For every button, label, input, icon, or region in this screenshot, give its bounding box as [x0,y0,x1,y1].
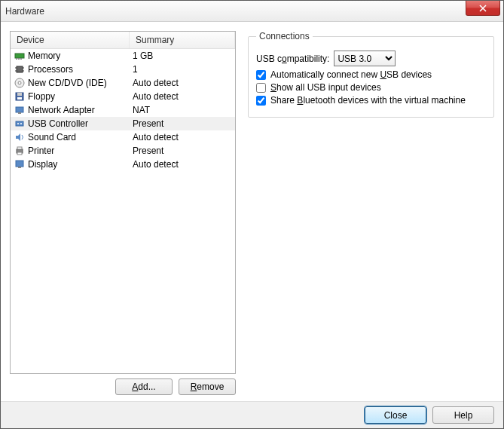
svg-rect-20 [17,147,22,149]
usb-compat-row: USB compatibility: USB 3.0 [256,51,486,66]
device-row-disc[interactable]: New CD/DVD (IDE)Auto detect [11,76,235,90]
sound-icon [14,131,26,143]
device-name: Sound Card [28,132,130,142]
svg-rect-21 [17,152,22,155]
device-summary: 1 GB [130,51,232,61]
svg-rect-2 [18,58,20,60]
svg-point-18 [20,123,22,124]
device-row-cpu[interactable]: Processors1 [11,63,235,76]
window-title: Hardware [5,6,44,17]
device-row-usb[interactable]: USB ControllerPresent [11,117,235,130]
share-bt-label[interactable]: Share Bluetooth devices with the virtual… [270,95,466,106]
window-close-button[interactable] [466,1,500,16]
panels: Device Summary Memory1 GBProcessors1New … [10,31,494,395]
usb-compat-label: USB compatibility: [256,54,329,64]
device-name: USB Controller [28,118,130,129]
device-name: Processors [28,64,130,75]
svg-rect-4 [17,66,23,72]
cpu-icon [14,63,26,75]
show-all-label[interactable]: Show all USB input devices [270,82,381,93]
svg-rect-12 [17,93,22,96]
disc-icon [14,77,26,89]
column-device[interactable]: Device [11,32,130,48]
svg-rect-23 [18,167,21,168]
svg-rect-1 [16,58,17,60]
svg-rect-13 [17,97,22,100]
left-buttons: Add... Remove [10,378,236,395]
right-panel: Connections USB compatibility: USB 3.0 A… [248,31,494,395]
device-row-sound[interactable]: Sound CardAuto detect [11,130,235,144]
remove-button[interactable]: Remove [179,378,236,395]
device-summary: Auto detect [130,91,232,102]
usb-icon [14,118,26,130]
auto-connect-label[interactable]: Automatically connect new USB devices [270,69,432,80]
titlebar: Hardware [1,1,503,22]
auto-connect-row: Automatically connect new USB devices [256,69,486,80]
device-list[interactable]: Device Summary Memory1 GBProcessors1New … [10,31,236,374]
device-row-display[interactable]: DisplayAuto detect [11,158,235,171]
column-summary[interactable]: Summary [130,32,235,48]
share-bt-row: Share Bluetooth devices with the virtual… [256,95,486,106]
device-name: Floppy [28,91,130,102]
device-name: Display [28,159,130,170]
device-row-memory[interactable]: Memory1 GB [11,49,235,63]
device-row-network[interactable]: Network AdapterNAT [11,103,235,117]
device-name: New CD/DVD (IDE) [28,78,130,88]
add-button[interactable]: Add... [115,378,173,395]
content-area: Device Summary Memory1 GBProcessors1New … [1,22,503,428]
device-summary: Auto detect [130,78,232,88]
help-button[interactable]: Help [432,406,494,424]
printer-icon [14,145,26,157]
close-button[interactable]: Close [365,406,426,424]
device-row-floppy[interactable]: FloppyAuto detect [11,90,235,103]
show-all-row: Show all USB input devices [256,82,486,93]
memory-icon [14,50,26,62]
floppy-icon [14,90,26,103]
device-row-printer[interactable]: PrinterPresent [11,144,235,158]
svg-rect-15 [18,112,21,114]
svg-rect-14 [16,107,23,112]
svg-rect-22 [16,161,23,167]
usb-compat-select[interactable]: USB 3.0 [334,51,396,66]
connections-legend: Connections [256,31,313,41]
list-header: Device Summary [11,32,235,49]
share-bt-checkbox[interactable] [256,96,266,106]
device-name: Memory [28,51,130,61]
footer: Close Help [1,401,503,428]
device-name: Printer [28,146,130,156]
device-summary: Present [130,146,232,156]
device-summary: Auto detect [130,132,232,142]
svg-point-17 [17,123,19,124]
connections-group: Connections USB compatibility: USB 3.0 A… [248,31,494,118]
svg-rect-0 [15,54,24,58]
device-summary: NAT [130,105,232,115]
device-summary: Present [130,118,232,129]
display-icon [14,158,26,170]
device-summary: Auto detect [130,159,232,170]
svg-point-10 [18,81,21,84]
network-icon [14,104,26,116]
svg-rect-3 [20,58,22,60]
device-name: Network Adapter [28,105,130,115]
left-panel: Device Summary Memory1 GBProcessors1New … [10,31,236,395]
svg-rect-16 [16,121,23,126]
close-icon [479,5,487,12]
device-summary: 1 [130,64,232,75]
list-body: Memory1 GBProcessors1New CD/DVD (IDE)Aut… [11,49,235,171]
auto-connect-checkbox[interactable] [256,70,266,80]
hardware-window: Hardware Device Summary Memory1 GBProces… [0,0,504,429]
show-all-checkbox[interactable] [256,83,266,93]
